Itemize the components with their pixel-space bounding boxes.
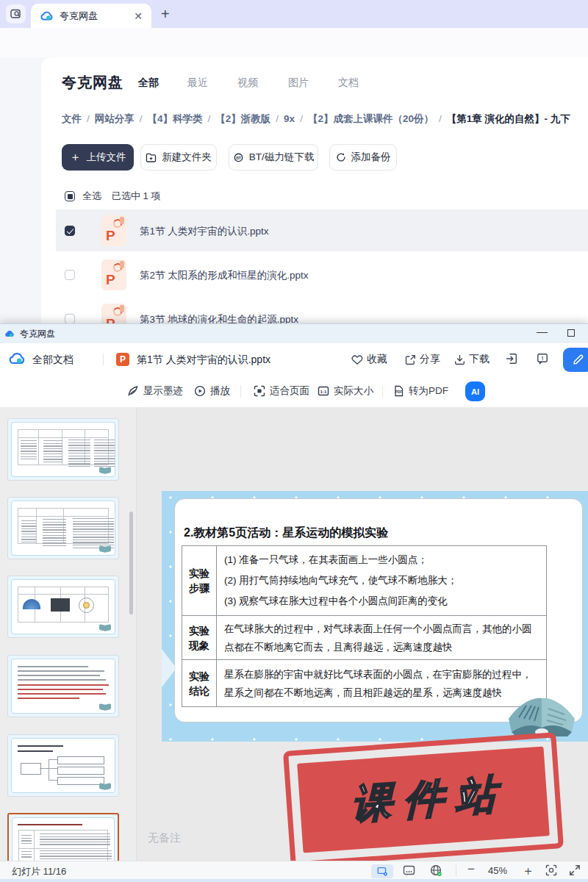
play-icon: [194, 385, 206, 397]
breadcrumb-item[interactable]: 9x: [284, 113, 295, 124]
breadcrumb-item[interactable]: 【2】成套上课课件（20份）: [308, 113, 434, 124]
breadcrumb-separator: /: [300, 113, 303, 124]
magnet-icon: BT: [233, 152, 244, 162]
viewer-header: 全部文档 P 第1节 人类对宇宙的认识.pptx 收藏 分享 下载 !: [0, 343, 588, 376]
slide-canvas: 2.教材第5页活动：星系运动的模拟实验 实验步骤 (1) 准备一只气球，在其表面…: [137, 407, 588, 861]
zoom-out-button[interactable]: −: [467, 862, 475, 877]
breadcrumb-separator: /: [140, 113, 143, 124]
pencil-icon: [572, 354, 584, 366]
tab-group-icon[interactable]: [6, 4, 26, 24]
slide-thumbnail[interactable]: [7, 655, 119, 717]
translate-toggle[interactable]: [430, 864, 442, 877]
to-pdf-button[interactable]: PDF 转为PDF: [393, 384, 448, 398]
file-name[interactable]: 第1节 人类对宇宙的认识.pptx: [140, 225, 269, 238]
drive-brand: 夸克网盘: [62, 73, 123, 93]
breadcrumb-separator: /: [87, 113, 90, 124]
maximize-icon[interactable]: [567, 329, 575, 337]
share-icon: [405, 354, 416, 365]
focus-icon: [545, 864, 557, 876]
divider: [240, 385, 241, 398]
slide-thumbnail[interactable]: [7, 497, 119, 559]
feedback-icon: !: [537, 353, 548, 365]
favorite-button[interactable]: 收藏: [351, 353, 387, 366]
book-icon: [99, 467, 111, 473]
file-row[interactable]: P 第2节 太阳系的形成和恒星的演化.pptx: [56, 254, 588, 295]
close-tab-icon[interactable]: ✕: [134, 11, 143, 21]
add-backup-button[interactable]: 添加备份: [329, 144, 397, 171]
thumbnail-scrollbar[interactable]: [129, 512, 133, 614]
play-button[interactable]: 播放: [194, 384, 230, 398]
tab-recent[interactable]: 最近: [187, 76, 208, 90]
breadcrumb-separator: /: [208, 113, 211, 124]
actual-size-icon: 1:1: [318, 385, 329, 397]
window-title-bar[interactable]: 夸克网盘 —: [0, 324, 588, 343]
show-ink-button[interactable]: 显示墨迹: [127, 384, 183, 398]
tab-all[interactable]: 全部: [138, 76, 159, 90]
new-folder-button[interactable]: 新建文件夹: [140, 144, 217, 171]
download-button[interactable]: 下载: [454, 353, 490, 366]
divider: [382, 385, 383, 398]
slide-thumbnail-selected[interactable]: [7, 813, 119, 861]
book-icon: [99, 546, 111, 552]
viewer-file-name: 第1节 人类对宇宙的认识.pptx: [137, 354, 270, 367]
minimize-icon[interactable]: —: [537, 325, 548, 337]
slide: 2.教材第5页活动：星系运动的模拟实验 实验步骤 (1) 准备一只气球，在其表面…: [162, 491, 588, 742]
watermark-stamp: 课件站: [283, 732, 564, 861]
new-tab-icon[interactable]: +: [161, 6, 170, 23]
upload-button[interactable]: ＋ 上传文件: [62, 144, 134, 171]
zoom-level: 45%: [481, 865, 514, 876]
browser-tab[interactable]: 夸克网盘 ✕: [31, 4, 151, 28]
tab-video[interactable]: 视频: [237, 76, 258, 90]
feedback-button[interactable]: !: [537, 353, 552, 365]
thumbnail-panel: 6 7 8: [0, 407, 137, 861]
plus-icon: ＋: [70, 151, 82, 163]
viewer-main: 6 7 8: [0, 407, 588, 861]
browser-nav-bar: [0, 28, 588, 57]
zoom-in-button[interactable]: ＋: [522, 862, 534, 879]
all-docs-link[interactable]: 全部文档: [32, 354, 74, 367]
fullscreen-icon: [569, 864, 581, 876]
table-label: 实验现象: [189, 623, 210, 653]
actual-size-button[interactable]: 1:1 实际大小: [318, 384, 373, 398]
file-name[interactable]: 第2节 太阳系的形成和恒星的演化.pptx: [140, 269, 309, 282]
file-checkbox[interactable]: [65, 314, 75, 324]
fit-page-button[interactable]: 适合页面: [254, 384, 309, 398]
breadcrumb-item[interactable]: 文件: [62, 113, 82, 124]
breadcrumb-item[interactable]: 【2】浙教版: [215, 113, 270, 124]
viewer-status-bar: 幻灯片 11/16 − 45% ＋: [0, 861, 588, 880]
quark-logo-icon: [40, 10, 53, 21]
slide-thumbnail[interactable]: [7, 734, 119, 797]
breadcrumb-separator: /: [276, 113, 279, 124]
fit-page-icon: [254, 385, 265, 397]
breadcrumb-current: 【第1章 演化的自然】- 九下: [447, 113, 570, 124]
slide-counter: 幻灯片 11/16: [12, 865, 66, 878]
save-to-drive-button[interactable]: [506, 353, 521, 365]
screen: 夸克网盘 ✕ + 夸克网盘 全部 最近 视频 图片 文档 文件/网站分享/【4】…: [0, 0, 588, 882]
tab-doc[interactable]: 文档: [338, 76, 359, 90]
notes-toggle[interactable]: [403, 864, 415, 876]
file-row[interactable]: P 第1节 人类对宇宙的认识.pptx: [56, 209, 588, 251]
edit-button[interactable]: [563, 348, 588, 372]
breadcrumb-item[interactable]: 【4】科学类: [148, 113, 203, 124]
cloud-docs-icon[interactable]: [9, 351, 25, 365]
select-all-checkbox[interactable]: [65, 191, 75, 201]
file-checkbox[interactable]: [65, 270, 75, 280]
breadcrumb: 文件/网站分享/【4】科学类/【2】浙教版/9x/【2】成套上课课件（20份）/…: [62, 112, 588, 126]
file-checkbox[interactable]: [65, 226, 75, 236]
share-button[interactable]: 分享: [405, 353, 440, 366]
ai-assistant-button[interactable]: AI: [465, 381, 485, 401]
breadcrumb-item[interactable]: 网站分享: [95, 113, 135, 124]
sync-icon: [336, 152, 346, 162]
window-bottom-edge: [0, 879, 588, 882]
bt-download-button[interactable]: BT BT/磁力链下载: [229, 144, 318, 171]
browser-content: 夸克网盘 全部 最近 视频 图片 文档 文件/网站分享/【4】科学类/【2】浙教…: [0, 57, 588, 340]
selected-count: 已选中 1 项: [112, 190, 160, 203]
download-icon: [454, 354, 465, 365]
ink-pen-icon: [127, 385, 139, 397]
slide-thumbnail[interactable]: [7, 418, 119, 481]
slide-thumbnail[interactable]: [7, 576, 119, 638]
fullscreen-button[interactable]: [569, 864, 581, 876]
tab-image[interactable]: 图片: [288, 76, 309, 90]
focus-mode-button[interactable]: [545, 864, 557, 876]
thumbnail-panel-toggle[interactable]: [371, 864, 393, 878]
